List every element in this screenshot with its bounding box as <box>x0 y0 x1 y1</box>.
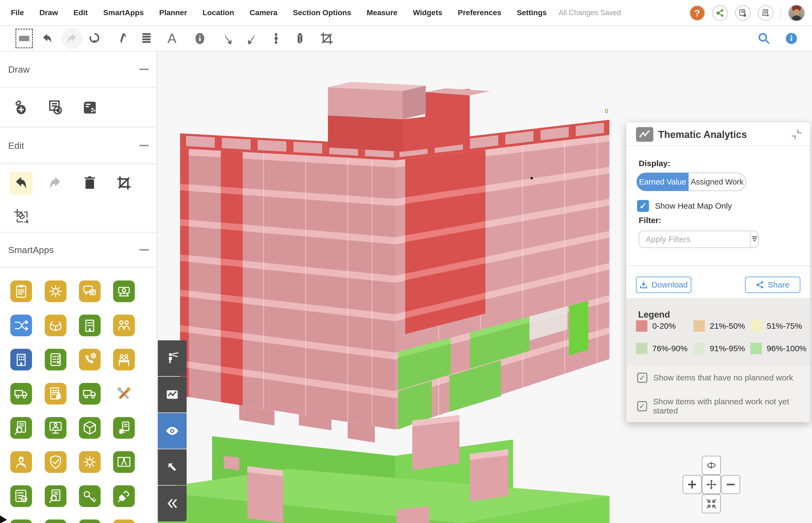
smartapp-tile-cube[interactable] <box>79 417 101 439</box>
notes-person-button[interactable] <box>735 5 751 21</box>
menu-item-draw[interactable]: Draw <box>39 8 58 17</box>
smartapp-tile-monitor[interactable] <box>45 417 66 439</box>
note-add-button[interactable] <box>758 5 774 21</box>
user-avatar[interactable] <box>788 5 805 21</box>
smartapp-tile-people[interactable] <box>113 314 135 336</box>
collapse-icon[interactable] <box>139 249 149 251</box>
menu-item-preferences[interactable]: Preferences <box>458 8 501 17</box>
collapse-icon[interactable] <box>139 69 149 70</box>
orbit-button[interactable] <box>702 456 721 475</box>
undo-button[interactable] <box>38 30 56 47</box>
section-header-draw[interactable]: Draw <box>0 52 157 88</box>
smartapp-tile-doclock[interactable] <box>45 383 66 404</box>
marker-tool[interactable] <box>115 30 133 47</box>
analytics-view-button[interactable] <box>158 377 187 412</box>
redo-button[interactable] <box>61 28 83 49</box>
smartapp-tile-searchdoc[interactable] <box>45 485 66 507</box>
smartapp-tile-gear[interactable] <box>79 451 101 473</box>
bend-arrow-right-tool[interactable] <box>243 30 261 47</box>
smartapp-tile-generic[interactable] <box>10 520 32 523</box>
download-button[interactable]: Download <box>636 277 691 293</box>
menu-item-edit[interactable]: Edit <box>73 8 88 17</box>
collapse-toolbar-button[interactable] <box>158 486 187 521</box>
collapse-icon[interactable] <box>139 145 149 146</box>
select-arrow-button[interactable] <box>158 449 187 485</box>
smartapp-tile-hand[interactable] <box>113 417 135 439</box>
text-tool[interactable]: A <box>163 30 180 47</box>
toggle-assigned-work[interactable]: Assigned Work <box>689 173 746 191</box>
smartapp-tile-generic[interactable] <box>113 520 135 523</box>
section-header-smartapps[interactable]: SmartApps <box>0 233 157 268</box>
smartapp-tile-clipboard[interactable] <box>10 281 32 302</box>
smartapp-tile-generic[interactable] <box>45 520 66 523</box>
smartapp-tile-blueprint[interactable] <box>113 451 135 473</box>
not-started-checkbox[interactable]: ✓ <box>637 401 647 411</box>
bend-arrow-left-tool[interactable] <box>219 30 236 47</box>
edit-undo-button[interactable] <box>10 172 33 194</box>
info-button[interactable] <box>783 30 800 47</box>
hatch-layers-tool[interactable] <box>138 30 155 47</box>
smartapp-tile-shield[interactable] <box>45 451 66 473</box>
search-button[interactable] <box>755 30 773 47</box>
smartapp-tile-truck[interactable] <box>79 383 101 404</box>
zoom-out-button[interactable] <box>721 475 740 494</box>
fit-view-button[interactable] <box>702 494 721 513</box>
menu-item-settings[interactable]: Settings <box>517 8 547 17</box>
smartapp-tile-chat[interactable] <box>79 281 101 302</box>
menu-item-file[interactable]: File <box>11 8 24 17</box>
smartapp-tile-plug[interactable] <box>113 485 135 507</box>
model-viewport[interactable]: 0 Thematic Analytics <box>158 52 812 523</box>
toggle-earned-value[interactable]: Earned Value <box>637 173 689 191</box>
menu-item-smartapps[interactable]: SmartApps <box>103 8 144 17</box>
filter-input[interactable] <box>639 231 750 248</box>
smartapp-tile-truck[interactable] <box>10 383 32 404</box>
smartapp-tile-building[interactable] <box>10 349 32 371</box>
heatmap-only-checkbox[interactable]: ✓ <box>637 200 649 212</box>
share-button[interactable]: Share <box>745 277 800 293</box>
share-network-button[interactable] <box>712 5 728 21</box>
box-3d-tool[interactable] <box>291 30 308 47</box>
smartapp-tile-checklist[interactable] <box>45 349 66 371</box>
pan-button[interactable] <box>702 475 721 494</box>
smartapp-tile-tools[interactable] <box>113 383 135 404</box>
smartapp-tile-key[interactable] <box>79 485 101 507</box>
add-link-tool[interactable] <box>13 99 30 116</box>
filter-field <box>639 231 759 248</box>
no-planned-work-checkbox[interactable]: ✓ <box>637 373 647 383</box>
smartapp-tile-phone[interactable] <box>79 349 101 371</box>
crop-tool[interactable] <box>318 30 335 47</box>
expand-panel-icon[interactable] <box>791 128 802 140</box>
info-tool[interactable] <box>191 30 209 47</box>
filter-dropdown-button[interactable] <box>750 231 759 248</box>
smartapp-tile-desk[interactable] <box>113 349 135 371</box>
marquee-select-tool[interactable] <box>15 30 33 47</box>
add-image-note-tool[interactable] <box>81 99 99 116</box>
smartapp-tile-searchdoc[interactable] <box>10 417 32 439</box>
help-button[interactable]: ? <box>689 5 705 21</box>
smartapp-tile-generic[interactable] <box>79 520 101 523</box>
smartapp-tile-money[interactable] <box>113 281 135 302</box>
first-person-view-button[interactable] <box>158 340 187 376</box>
smartapp-tile-worker[interactable] <box>10 451 32 473</box>
section-header-edit[interactable]: Edit <box>0 127 157 164</box>
visibility-button[interactable] <box>158 413 187 449</box>
menu-item-widgets[interactable]: Widgets <box>413 8 442 17</box>
delete-button[interactable] <box>81 174 99 192</box>
zoom-in-button[interactable] <box>683 475 702 494</box>
menu-item-section-options[interactable]: Section Options <box>293 8 351 17</box>
edit-crop-button[interactable] <box>115 174 133 192</box>
menu-item-measure[interactable]: Measure <box>367 8 398 17</box>
smartapp-tile-form[interactable] <box>10 485 32 507</box>
menu-item-location[interactable]: Location <box>203 8 234 17</box>
menu-item-planner[interactable]: Planner <box>159 8 187 17</box>
menu-item-camera[interactable]: Camera <box>249 8 277 17</box>
vertical-move-tool[interactable] <box>267 30 285 47</box>
smartapp-tile-shuffle[interactable] <box>10 314 32 336</box>
smartapp-tile-gear[interactable] <box>45 281 66 302</box>
smartapp-tile-building[interactable] <box>79 314 101 336</box>
smartapp-tile-box[interactable] <box>45 314 66 336</box>
crop-link-tool[interactable] <box>13 207 30 224</box>
add-note-tool[interactable] <box>46 99 64 116</box>
edit-redo-button[interactable] <box>46 174 64 192</box>
rotate-tool[interactable] <box>86 30 103 47</box>
